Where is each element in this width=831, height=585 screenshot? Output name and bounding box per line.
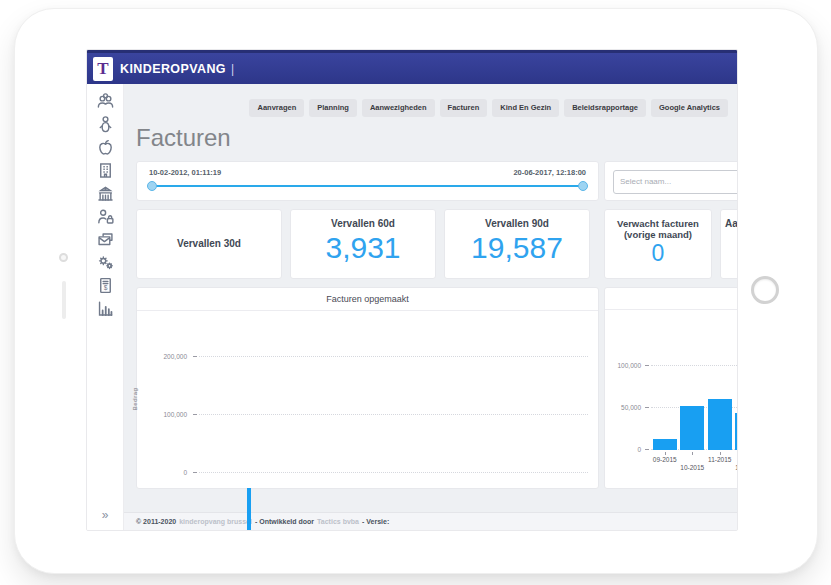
stat-card-vervallen-30d: Vervallen 30d — [136, 209, 282, 279]
chart-mini-monthly: 050,000100,00009-201510-201511-201512-20… — [604, 287, 737, 489]
x-tick-label: 09-2015 — [645, 456, 685, 463]
stat-label: Vervallen 30d — [177, 238, 241, 250]
chart-title — [605, 288, 737, 310]
brand-separator: | — [231, 62, 234, 76]
svg-text:$: $ — [103, 284, 107, 291]
mini-chart-plot: 050,000100,00009-201510-201511-201512-20… — [605, 310, 737, 488]
x-tick-label: 11-2015 — [700, 456, 737, 463]
app-logo-icon[interactable]: T — [93, 57, 113, 81]
footer-ontwikkeld-door: - Ontwikkeld door — [255, 518, 314, 525]
slider-handle-end[interactable] — [578, 181, 588, 191]
date-range-slider-card: 10-02-2012, 01:11:19 20-06-2017, 12:18:0… — [136, 161, 599, 201]
mail-icon[interactable] — [96, 230, 115, 249]
stat-card-clipped: Aa — [720, 209, 737, 279]
sidebar-expand-chevrons[interactable]: » — [102, 508, 109, 522]
tab-kind-en-gezin[interactable]: Kind En Gezin — [492, 99, 559, 117]
stat-value: 3,931 — [291, 232, 435, 264]
stat-card-vervallen-60d: Vervallen 60d 3,931 — [290, 209, 436, 279]
stat-label: Vervallen 90d — [445, 218, 589, 230]
footer: © 2011-2020kinderopvang brussel- Ontwikk… — [124, 512, 737, 530]
footer-versie: - Versie: — [362, 518, 389, 525]
user-lock-icon[interactable] — [96, 207, 115, 226]
y-tick-mark — [645, 449, 649, 450]
tab-facturen[interactable]: Facturen — [440, 99, 488, 117]
users-group-icon[interactable] — [96, 92, 115, 111]
date-range-start: 10-02-2012, 01:11:19 — [149, 168, 221, 177]
y-tick-mark — [645, 407, 649, 408]
y-tick-mark — [645, 365, 649, 366]
x-tick-mark — [720, 452, 721, 455]
y-tick-label: 0 — [605, 446, 641, 454]
y-tick-mark — [193, 356, 197, 357]
y-tick-mark — [193, 414, 197, 415]
bar[interactable] — [708, 399, 732, 449]
x-tick-label: 12-2015 — [727, 464, 737, 471]
footer-kinderopvang-brussel[interactable]: kinderopvang brussel — [179, 518, 252, 525]
home-button[interactable] — [751, 276, 779, 304]
name-select-card — [604, 161, 737, 201]
footer-2011-2020: © 2011-2020 — [136, 518, 176, 525]
tablet-frame: T KINDEROPVANG | $ » AanvragenPlanningAa… — [14, 8, 818, 574]
main-area: AanvragenPlanningAanwezighedenFacturenKi… — [124, 84, 737, 530]
main-chart-plot: Bedrag 0100,000200,000 — [137, 311, 598, 488]
x-tick-mark — [692, 452, 693, 455]
bezel-slot — [62, 281, 66, 319]
stat-value: 0 — [605, 241, 711, 265]
x-tick-label: 10-2015 — [672, 464, 712, 471]
tab-row: AanvragenPlanningAanwezighedenFacturenKi… — [124, 99, 737, 117]
page-title: Facturen — [136, 124, 737, 152]
bar[interactable] — [735, 413, 737, 449]
y-tick-label: 100,000 — [137, 411, 187, 419]
tab-beleidsrapportage[interactable]: Beleidsrapportage — [564, 99, 646, 117]
child-icon[interactable] — [96, 115, 115, 134]
apple-icon[interactable] — [96, 138, 115, 157]
stat-value: 19,587 — [445, 232, 589, 264]
date-range-end: 20-06-2017, 12:18:00 — [513, 168, 586, 177]
sidebar-icons: $ — [96, 92, 115, 322]
tab-planning[interactable]: Planning — [309, 99, 357, 117]
school-icon[interactable] — [96, 184, 115, 203]
bar[interactable] — [653, 439, 677, 449]
footer-tactics-bvba[interactable]: Tactics bvba — [317, 518, 359, 525]
tab-google-analytics[interactable]: Google Analytics — [651, 99, 728, 117]
tab-aanvragen[interactable]: Aanvragen — [249, 99, 304, 117]
stat-label: Aa — [721, 218, 737, 230]
date-range-track[interactable] — [149, 185, 586, 187]
stat-card-vervallen-90d: Vervallen 90d 19,587 — [444, 209, 590, 279]
name-select-input[interactable] — [613, 170, 737, 194]
app-screen: T KINDEROPVANG | $ » AanvragenPlanningAa… — [86, 49, 738, 531]
chart-title: Facturen opgemaakt — [137, 288, 598, 311]
sidebar: $ » — [87, 84, 124, 530]
bar-chart-icon[interactable] — [96, 299, 115, 318]
y-tick-label: 0 — [137, 469, 187, 477]
brand-title: KINDEROPVANG — [120, 62, 226, 76]
y-tick-mark — [193, 472, 197, 473]
slider-handle-start[interactable] — [147, 181, 157, 191]
bar-series — [199, 321, 588, 473]
building-icon[interactable] — [96, 161, 115, 180]
y-tick-label: 100,000 — [605, 362, 641, 370]
bar[interactable] — [247, 491, 251, 530]
tab-aanwezigheden[interactable]: Aanwezigheden — [362, 99, 435, 117]
gears-icon[interactable] — [96, 253, 115, 272]
stat-label: Verwacht facturen (vorige maand) — [605, 218, 711, 241]
stat-label: Vervallen 60d — [291, 218, 435, 230]
bar[interactable] — [680, 406, 704, 450]
y-tick-label: 50,000 — [605, 404, 641, 412]
x-tick-mark — [665, 452, 666, 455]
y-axis-label: Bedrag — [132, 387, 138, 410]
chart-facturen-opgemaakt: Facturen opgemaakt Bedrag 0100,000200,00… — [136, 287, 599, 489]
invoice-icon[interactable]: $ — [96, 276, 115, 295]
stat-card-verwacht-facturen: Verwacht facturen (vorige maand) 0 — [604, 209, 712, 279]
y-tick-label: 200,000 — [137, 353, 187, 361]
front-camera — [59, 253, 68, 262]
gridline — [651, 365, 737, 366]
app-header: T KINDEROPVANG | — [87, 50, 737, 84]
